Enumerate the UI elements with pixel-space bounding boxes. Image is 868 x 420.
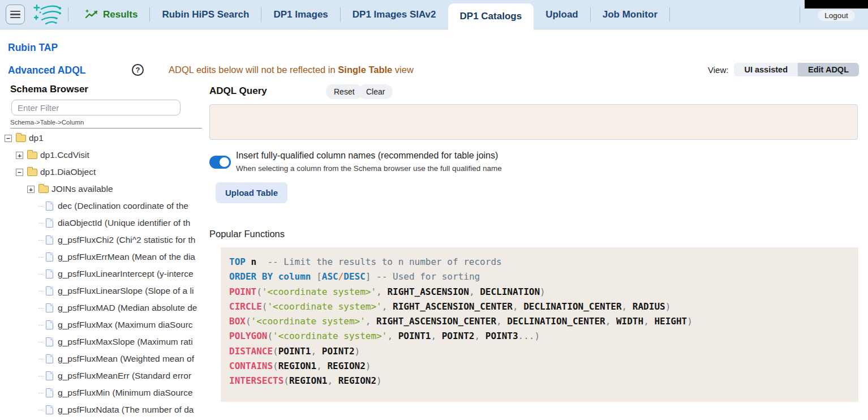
top-navigation-bar: ResultsRubin HiPS SearchDP1 ImagesDP1 Im… (0, 0, 868, 29)
code-line: POINT('<coordinate system>', RIGHT_ASCEN… (229, 285, 858, 299)
code-line: TOP n -- Limit the results to n number o… (229, 255, 858, 269)
tree-connector (38, 206, 44, 207)
tab-label: DP1 Images (273, 9, 328, 20)
tree-connector (38, 376, 44, 376)
tree-item-label: g_psfFluxMeanErr (Standard error (58, 371, 191, 381)
code-line: CONTAINS(REGION1, REGION2) (229, 359, 858, 374)
tree-item-label: g_psfFluxNdata (The number of da (58, 405, 194, 415)
tree-item-label: g_psfFluxErrMean (Mean of the dia (58, 252, 195, 262)
tree-item-label: g_psfFluxLinearIntercept (y-interce (58, 269, 194, 279)
results-chart-icon (85, 9, 98, 20)
hamburger-menu-icon[interactable] (6, 5, 25, 24)
tab-label: DP1 Catalogs (460, 11, 522, 22)
tab-label: Job Monitor (603, 9, 658, 20)
tree-item-label: g_psfFluxMin (Minimum diaSource (58, 388, 193, 398)
tab-upload[interactable]: Upload (534, 0, 590, 29)
logout-button[interactable]: Logout (818, 10, 854, 21)
tree-connector (38, 342, 44, 342)
tree-connector (38, 393, 44, 393)
tree-item-label: diaObjectId (Unique identifier of th (58, 218, 190, 228)
tree-column-g-psffluxmeanerr[interactable]: g_psfFluxMeanErr (Standard error (0, 367, 202, 384)
tab-dp1-images-siav2[interactable]: DP1 Images SIAv2 (341, 0, 448, 29)
tree-column-g-psffluxmean[interactable]: g_psfFluxMean (Weighted mean of (0, 350, 202, 367)
column-icon (46, 354, 53, 363)
tree-item-label: g_psfFluxLinearSlope (Slope of a li (58, 286, 194, 296)
user-area: Logout (800, 0, 868, 29)
code-line: CIRCLE('<coordinate system>', RIGHT_ASCE… (229, 299, 858, 314)
tree-column-diaobjectid[interactable]: diaObjectId (Unique identifier of th (0, 215, 202, 232)
folder-icon (27, 169, 37, 176)
tab-label: Results (103, 9, 137, 20)
tree-item-label: dp1.CcdVisit (40, 150, 89, 160)
toggle-label: Insert fully-qualified column names (rec… (236, 151, 498, 161)
column-icon (46, 371, 53, 380)
tree-column-g-psffluxmaxslope[interactable]: g_psfFluxMaxSlope (Maximum rati (0, 333, 202, 350)
advanced-adql-heading: Advanced ADQL (8, 65, 85, 76)
tab-job-monitor[interactable]: Job Monitor (591, 0, 669, 29)
code-line: ORDER BY column [ASC/DESC] -- Used for s… (229, 269, 858, 284)
tree-connector (38, 240, 44, 241)
schema-path-hint: Schema->Table->Column (10, 119, 202, 126)
tree-column-g-psffluxndata[interactable]: g_psfFluxNdata (The number of da (0, 401, 202, 418)
fully-qualified-names-toggle[interactable] (209, 156, 231, 169)
tab-label: Rubin HiPS Search (162, 9, 249, 20)
adql-query-textarea[interactable] (209, 104, 858, 140)
tree-connector (38, 308, 44, 308)
tree-connector (38, 325, 44, 325)
tree-folder-dp1-diaobject[interactable]: −dp1.DiaObject (0, 164, 202, 181)
view-option-edit-adql[interactable]: Edit ADQL (798, 63, 859, 76)
tab-label: Upload (545, 9, 578, 20)
tree-folder-joins-available[interactable]: +JOINs available (0, 181, 202, 198)
tree-item-label: g_psfFluxMax (Maximum diaSourc (58, 320, 193, 330)
tab-dp1-catalogs[interactable]: DP1 Catalogs (448, 3, 534, 29)
code-line: BOX('<coordinate system>', RIGHT_ASCENSI… (229, 314, 858, 329)
collapse-icon[interactable]: − (5, 135, 12, 142)
toggle-hint: When selecting a column from the Schema … (236, 164, 502, 173)
tree-column-dec[interactable]: dec (Declination coordinate of the (0, 198, 202, 215)
rubin-tap-app: ResultsRubin HiPS SearchDP1 ImagesDP1 Im… (0, 0, 868, 420)
tab-rubin-hips-search[interactable]: Rubin HiPS Search (150, 0, 261, 29)
tree-column-g-psffluxerrmean[interactable]: g_psfFluxErrMean (Mean of the dia (0, 248, 202, 265)
tree-connector (38, 291, 44, 292)
tree-item-label: dec (Declination coordinate of the (58, 201, 188, 211)
tree-column-g-psffluxmad[interactable]: g_psfFluxMAD (Median absolute de (0, 299, 202, 316)
view-option-ui-assisted[interactable]: UI assisted (734, 63, 798, 76)
tab-results[interactable]: Results (73, 0, 149, 29)
tab-divider (669, 7, 670, 22)
user-box: Logout (805, 8, 868, 21)
upload-table-button[interactable]: Upload Table (216, 182, 287, 203)
tree-connector (38, 257, 44, 258)
code-line: POLYGON('<coordinate system>', POINT1, P… (229, 329, 858, 344)
tree-column-g-psffluxmax[interactable]: g_psfFluxMax (Maximum diaSourc (0, 316, 202, 333)
tree-item-label: dp1 (29, 133, 44, 143)
folder-icon (16, 135, 26, 142)
column-icon (46, 388, 53, 397)
reset-button[interactable]: Reset (326, 84, 363, 99)
page-title: Rubin TAP (8, 42, 58, 54)
tree-column-g-psffluxlinearslope[interactable]: g_psfFluxLinearSlope (Slope of a li (0, 282, 202, 299)
column-icon (46, 202, 53, 211)
clear-button[interactable]: Clear (358, 84, 393, 99)
expand-icon[interactable]: + (27, 186, 35, 193)
tab-label: DP1 Images SIAv2 (353, 9, 436, 20)
tree-folder-dp1-ccdvisit[interactable]: +dp1.CcdVisit (0, 147, 202, 164)
tree-column-g-psffluxlinearintercept[interactable]: g_psfFluxLinearIntercept (y-interce (0, 265, 202, 282)
column-icon (46, 303, 53, 312)
schema-browser-panel: Schema Browser Schema->Table->Column −dp… (0, 84, 202, 420)
tree-column-g-psffluxmin[interactable]: g_psfFluxMin (Minimum diaSource (0, 384, 202, 401)
adql-query-title: ADQL Query (209, 85, 267, 97)
column-icon (46, 320, 53, 329)
tree-connector (38, 223, 44, 224)
column-icon (46, 286, 53, 295)
schema-browser-title: Schema Browser (10, 84, 202, 95)
schema-filter-input[interactable] (11, 100, 181, 115)
collapse-icon[interactable]: − (16, 169, 23, 176)
tree-column-g-psffluxchi2[interactable]: g_psfFluxChi2 (Chi^2 statistic for th (0, 232, 202, 248)
help-icon[interactable]: ? (132, 64, 144, 76)
tab-dp1-images[interactable]: DP1 Images (261, 0, 340, 29)
expand-icon[interactable]: + (16, 152, 23, 159)
view-segmented-control: UI assistedEdit ADQL (734, 63, 859, 76)
tree-item-label: JOINs available (51, 184, 113, 194)
column-icon (46, 252, 53, 262)
tree-folder-dp1[interactable]: −dp1 (0, 130, 202, 147)
